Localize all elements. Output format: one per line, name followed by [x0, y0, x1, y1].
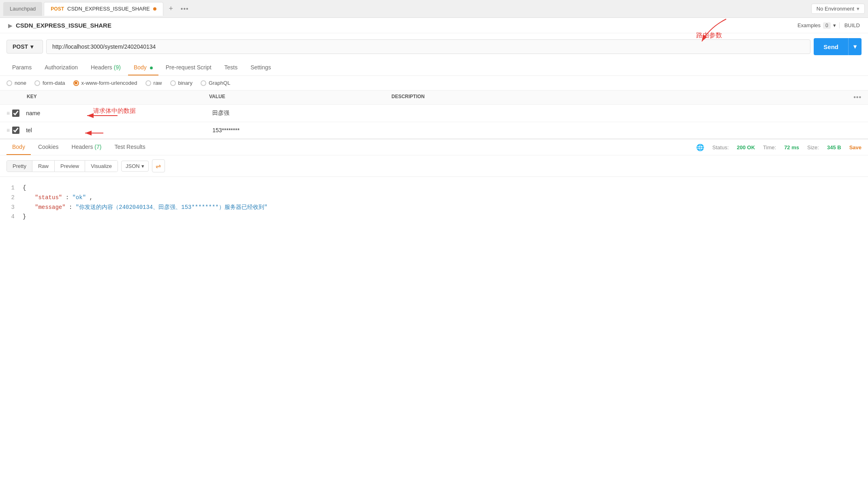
method-value: POST — [13, 43, 28, 50]
row-value-name[interactable]: 田彦强 — [209, 108, 391, 118]
description-column-header: DESCRIPTION — [391, 94, 845, 101]
tab-params[interactable]: Params — [6, 60, 37, 75]
row-key-name[interactable]: name — [23, 108, 209, 118]
json-caret-icon: ▾ — [141, 163, 144, 169]
env-label: No Environment — [817, 6, 854, 12]
time-label: Time: — [763, 144, 776, 150]
value-column-header: VALUE — [209, 94, 391, 101]
post-tab-label: CSDN_EXPRESS_ISSUE_SHARE — [67, 6, 150, 12]
body-type-raw[interactable]: raw — [145, 80, 162, 86]
body-type-none[interactable]: none — [6, 80, 26, 86]
send-button-main[interactable]: Send — [814, 38, 849, 55]
url-bar-area: 路由参数 POST ▾ Send ▾ — [0, 33, 868, 60]
send-button[interactable]: Send ▾ — [814, 38, 862, 55]
request-tabs: Params Authorization Headers (9) Body Pr… — [0, 60, 868, 76]
radio-binary-icon — [170, 80, 176, 86]
key-column-header: KEY — [6, 94, 209, 101]
expand-arrow-icon[interactable]: ▶ — [8, 22, 13, 29]
row-value-tel[interactable]: 153******** — [209, 125, 391, 135]
send-button-dropdown[interactable]: ▾ — [849, 38, 862, 55]
tab-more-button[interactable]: ••• — [179, 3, 191, 15]
body-type-binary[interactable]: binary — [170, 80, 192, 86]
response-toolbar: Pretty Raw Preview Visualize JSON ▾ ⇌ — [0, 155, 868, 177]
collection-name: CSDN_EXPRESS_ISSUE_SHARE — [16, 22, 111, 29]
resp-tab-body[interactable]: Body — [6, 140, 31, 155]
post-tab[interactable]: POST CSDN_EXPRESS_ISSUE_SHARE — [44, 2, 163, 16]
json-editor: 1 { 2 "status" : "ok" , 3 "message" : "你… — [0, 177, 868, 228]
table-row: ≡ name 请求体中的数据 田彦强 — [0, 105, 868, 122]
build-button[interactable]: BUILD — [839, 22, 860, 28]
response-status-bar: 🌐 Status: 200 OK Time: 72 ms Size: 345 B… — [696, 144, 862, 151]
globe-icon: 🌐 — [696, 144, 704, 151]
radio-raw-icon — [145, 80, 151, 86]
tab-method-badge: POST — [51, 6, 64, 12]
size-label: Size: — [807, 144, 819, 150]
row-more-icon: ••• — [845, 94, 862, 101]
tab-authorization[interactable]: Authorization — [39, 60, 83, 75]
body-type-graphql[interactable]: GraphQL — [201, 80, 230, 86]
launchpad-tab[interactable]: Launchpad — [3, 2, 42, 16]
time-value: 72 ms — [784, 144, 799, 150]
body-type-form-data[interactable]: form-data — [34, 80, 65, 86]
format-visualize[interactable]: Visualize — [85, 161, 118, 172]
format-tabs: Pretty Raw Preview Visualize — [6, 160, 118, 172]
body-type-selector: none form-data x-www-form-urlencoded raw… — [0, 76, 868, 90]
environment-selector[interactable]: No Environment ▾ — [811, 4, 865, 14]
response-section: Body Cookies Headers (7) Test Results 🌐 … — [0, 139, 868, 228]
format-raw[interactable]: Raw — [32, 161, 55, 172]
send-caret-icon: ▾ — [853, 43, 857, 50]
url-input[interactable] — [46, 39, 810, 54]
json-format-select[interactable]: JSON ▾ — [121, 161, 149, 172]
radio-urlencoded-icon — [73, 80, 79, 86]
examples-count: 0 — [823, 22, 831, 29]
json-line-3: 3 "message" : "你发送的内容（2402040134、田彦强、153… — [6, 203, 862, 213]
resp-tab-test-results[interactable]: Test Results — [109, 140, 151, 155]
drag-handle-icon[interactable]: ≡ — [6, 110, 10, 116]
radio-graphql-icon — [201, 80, 206, 86]
launchpad-tab-label: Launchpad — [10, 6, 36, 12]
tab-modified-dot — [153, 7, 156, 11]
wrap-icon: ⇌ — [156, 162, 161, 170]
wrap-button[interactable]: ⇌ — [152, 159, 165, 172]
row-key-tel[interactable]: tel — [23, 125, 209, 135]
resp-tab-cookies[interactable]: Cookies — [32, 140, 64, 155]
json-line-1: 1 { — [6, 183, 862, 193]
chevron-down-icon: ▾ — [857, 6, 859, 12]
method-selector[interactable]: POST ▾ — [6, 40, 43, 54]
params-table-header: KEY VALUE DESCRIPTION ••• — [0, 90, 868, 105]
status-label: Status: — [712, 144, 729, 150]
row-checkbox-name[interactable] — [12, 110, 19, 117]
new-tab-button[interactable]: + — [165, 3, 177, 15]
json-line-4: 4 } — [6, 212, 862, 222]
method-caret-icon: ▾ — [30, 43, 33, 50]
collection-actions: Examples 0 ▾ BUILD — [797, 22, 860, 29]
save-response-button[interactable]: Save — [849, 144, 862, 150]
tab-headers[interactable]: Headers (9) — [85, 60, 126, 75]
examples-button[interactable]: Examples 0 ▾ — [797, 22, 836, 29]
collection-header: ▶ CSDN_EXPRESS_ISSUE_SHARE Examples 0 ▾ … — [0, 18, 868, 33]
body-active-dot — [150, 67, 153, 69]
tab-bar: Launchpad POST CSDN_EXPRESS_ISSUE_SHARE … — [0, 0, 868, 18]
tab-settings[interactable]: Settings — [245, 60, 277, 75]
size-value: 345 B — [827, 144, 841, 150]
table-row: ≡ tel 153******** — [0, 122, 868, 139]
drag-handle-icon[interactable]: ≡ — [6, 127, 10, 133]
tab-pre-request-script[interactable]: Pre-request Script — [160, 60, 217, 75]
resp-tab-headers[interactable]: Headers (7) — [66, 140, 107, 155]
body-type-x-www-form-urlencoded[interactable]: x-www-form-urlencoded — [73, 80, 137, 86]
radio-form-data-icon — [34, 80, 40, 86]
format-preview[interactable]: Preview — [55, 161, 85, 172]
response-tabs: Body Cookies Headers (7) Test Results 🌐 … — [0, 140, 868, 155]
tab-body[interactable]: Body — [128, 60, 158, 75]
status-value: 200 OK — [737, 144, 755, 150]
examples-caret-icon: ▾ — [833, 22, 836, 28]
examples-label: Examples — [797, 22, 821, 28]
json-line-2: 2 "status" : "ok" , — [6, 193, 862, 203]
format-pretty[interactable]: Pretty — [7, 161, 32, 172]
radio-none-icon — [6, 80, 12, 86]
tab-tests[interactable]: Tests — [219, 60, 244, 75]
url-bar: POST ▾ Send ▾ — [0, 33, 868, 60]
top-right-area: No Environment ▾ — [811, 4, 865, 14]
row-checkbox-tel[interactable] — [12, 127, 19, 134]
